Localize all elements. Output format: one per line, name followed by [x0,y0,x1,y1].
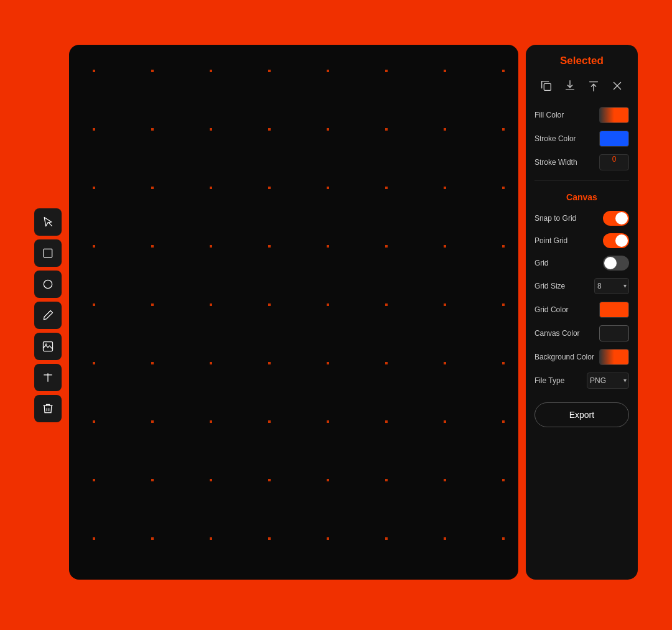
grid-label: Grid [534,259,549,267]
point-grid-label: Point Grid [534,236,567,245]
stroke-color-swatch[interactable] [599,131,629,147]
fill-color-row: Fill Color [534,107,629,123]
svg-line-0 [49,223,52,226]
grid-toggle[interactable] [603,256,629,271]
select-tool[interactable] [34,208,62,236]
canvas-section-title: Canvas [534,192,629,202]
divider-1 [534,180,629,181]
canvas-color-label: Canvas Color [534,329,580,338]
grid-color-label: Grid Color [534,305,569,314]
upload-action[interactable] [584,76,604,96]
stroke-color-row: Stroke Color [534,131,629,147]
circle-tool[interactable] [34,271,62,298]
close-action[interactable] [607,76,627,96]
canvas-color-swatch[interactable] [599,325,629,341]
canvas-area[interactable] [69,45,518,580]
point-grid-row: Point Grid [534,233,629,248]
file-type-row: File Type PNG SVG JPG ▾ [534,373,629,389]
grid-size-label: Grid Size [534,282,565,290]
grid-size-select-wrapper: 4 6 8 10 12 16 24 32 ▾ [594,278,629,294]
svg-rect-7 [544,83,551,90]
rectangle-tool[interactable] [34,239,62,267]
grid-size-select[interactable]: 4 6 8 10 12 16 24 32 [594,278,629,294]
pen-tool[interactable] [34,302,62,329]
stroke-color-label: Stroke Color [534,134,576,143]
canvas-color-row: Canvas Color [534,325,629,341]
selected-title: Selected [534,55,629,67]
duplicate-action[interactable] [536,76,556,96]
file-type-label: File Type [534,376,564,385]
background-color-swatch[interactable] [599,349,629,365]
grid-color-swatch[interactable] [599,302,629,318]
background-color-row: Background Color [534,349,629,365]
right-panel: Selected Fill Color Stroke Color [526,45,638,580]
dot-grid [69,45,518,580]
file-type-select-wrapper: PNG SVG JPG ▾ [587,373,629,389]
export-button[interactable]: Export [534,402,629,427]
text-tool[interactable] [34,364,62,391]
download-action[interactable] [560,76,580,96]
snap-to-grid-label: Snap to Grid [534,214,576,223]
main-container: Selected Fill Color Stroke Color [34,45,638,586]
point-grid-toggle[interactable] [603,233,629,248]
image-tool[interactable] [34,333,62,360]
background-color-label: Background Color [534,353,594,361]
file-type-select[interactable]: PNG SVG JPG [587,373,629,389]
stroke-width-label: Stroke Width [534,158,577,167]
grid-size-row: Grid Size 4 6 8 10 12 16 24 32 ▾ [534,278,629,294]
grid-color-row: Grid Color [534,302,629,318]
fill-color-label: Fill Color [534,111,564,119]
stroke-width-row: Stroke Width 0 [534,154,629,170]
snap-to-grid-row: Snap to Grid [534,211,629,226]
snap-to-grid-toggle[interactable] [603,211,629,226]
grid-row: Grid [534,256,629,271]
point-grid-thumb [615,234,628,247]
toolbar [34,208,62,422]
fill-color-swatch[interactable] [599,107,629,123]
action-bar [534,76,629,96]
grid-thumb [604,257,617,269]
delete-tool[interactable] [34,395,62,422]
snap-to-grid-thumb [615,212,628,225]
stroke-width-input[interactable]: 0 [599,154,629,170]
svg-rect-1 [44,249,52,257]
svg-point-2 [44,280,52,288]
